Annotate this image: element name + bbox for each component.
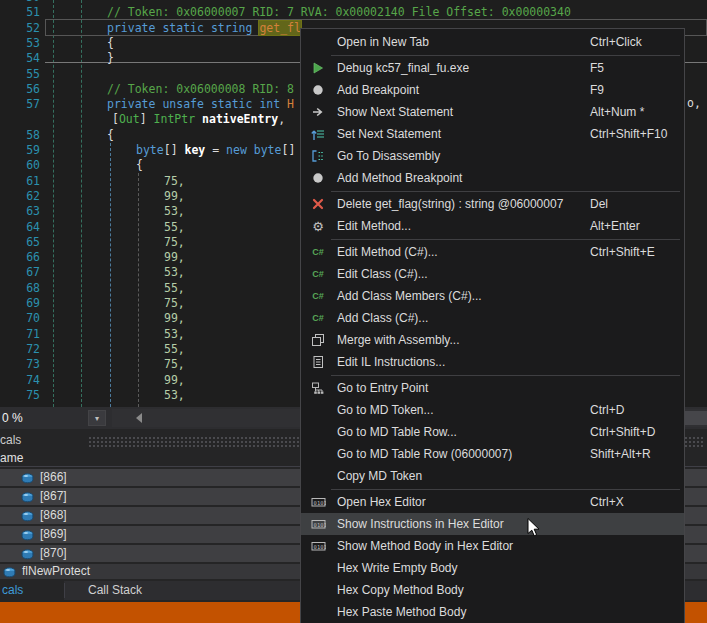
- menu-item-label: Show Next Statement: [335, 105, 590, 119]
- breakpoint-icon: [301, 171, 335, 185]
- code-token: byte: [136, 143, 164, 157]
- code-text: 53,: [164, 327, 185, 342]
- line-number: 75: [0, 388, 40, 403]
- menu-item[interactable]: C#Add Class (C#)...: [301, 307, 684, 329]
- menu-item[interactable]: C#Edit Class (C#)...: [301, 263, 684, 285]
- code-token: [204, 97, 211, 111]
- menu-item-label: Delete get_flag(string) : string @060000…: [335, 197, 590, 211]
- menu-item[interactable]: 0101Show Method Body in Hex Editor: [301, 535, 684, 557]
- menu-item-shortcut: F9: [590, 83, 684, 97]
- disassembly-icon: [301, 149, 335, 163]
- code-text: 55,: [164, 220, 185, 235]
- variable-name: flNewProtect: [22, 564, 90, 579]
- menu-item-shortcut: F5: [590, 61, 684, 75]
- merge-icon: [301, 333, 335, 347]
- menu-item[interactable]: Hex Paste Method Body: [301, 601, 684, 623]
- column-header-label: ame: [0, 451, 23, 465]
- variable-icon: [21, 510, 34, 527]
- menu-item-label: Hex Copy Method Body: [335, 583, 590, 597]
- menu-item[interactable]: Hex Copy Method Body: [301, 579, 684, 601]
- code-token: // Token: 0x06000008 RID: 8: [107, 82, 294, 96]
- menu-item-shortcut: Ctrl+D: [590, 403, 684, 417]
- menu-item[interactable]: Open in New TabCtrl+Click: [301, 31, 684, 53]
- code-text: }: [107, 51, 114, 66]
- menu-item[interactable]: C#Add Class Members (C#)...: [301, 285, 684, 307]
- menu-item-shortcut: Ctrl+Shift+F10: [590, 127, 684, 141]
- code-token: []: [164, 143, 185, 157]
- line-number: 71: [0, 327, 40, 342]
- code-token: static: [162, 21, 204, 35]
- gear-icon: ⚙: [301, 220, 335, 233]
- menu-item[interactable]: Merge with Assembly...: [301, 329, 684, 351]
- menu-item[interactable]: Debug kc57_final_fu.exeF5: [301, 57, 684, 79]
- line-number: 63: [0, 204, 40, 219]
- il-document-icon: [301, 355, 335, 369]
- line-number: 72: [0, 342, 40, 357]
- menu-item-shortcut: Alt+Enter: [590, 219, 684, 233]
- menu-item[interactable]: Go to MD Token...Ctrl+D: [301, 399, 684, 421]
- line-number: 51: [0, 5, 40, 20]
- code-token: Out: [119, 112, 140, 126]
- menu-item[interactable]: Hex Write Empty Body: [301, 557, 684, 579]
- code-token: {: [107, 128, 114, 142]
- menu-item[interactable]: Show Next StatementAlt+Num *: [301, 101, 684, 123]
- line-number: 59: [0, 143, 40, 158]
- menu-item[interactable]: Go To Disassembly: [301, 145, 684, 167]
- menu-item[interactable]: Delete get_flag(string) : string @060000…: [301, 193, 684, 215]
- menu-item-highlighted[interactable]: 0101Show Instructions in Hex Editor: [301, 513, 684, 535]
- menu-item-label: Go to MD Table Row (06000007): [335, 447, 590, 461]
- tab-call-stack-label: Call Stack: [88, 583, 142, 597]
- line-number: 66: [0, 250, 40, 265]
- menu-item[interactable]: Add Method Breakpoint: [301, 167, 684, 189]
- menu-item[interactable]: Go to Entry Point: [301, 377, 684, 399]
- entry-point-icon: [301, 381, 335, 395]
- code-text: {: [136, 158, 143, 173]
- code-token: [: [112, 112, 119, 126]
- line-number: 52: [0, 21, 40, 36]
- menu-item-shortcut: Ctrl+Click: [590, 35, 684, 49]
- menu-item-label: Edit Method...: [335, 219, 590, 233]
- code-token: {: [136, 158, 143, 172]
- menu-item[interactable]: Go to MD Table Row...Ctrl+Shift+D: [301, 421, 684, 443]
- code-token: int: [259, 97, 280, 111]
- menu-item[interactable]: Copy MD Token: [301, 465, 684, 487]
- code-text: 53,: [164, 265, 185, 280]
- play-icon: [301, 61, 335, 75]
- menu-item-label: Add Breakpoint: [335, 83, 590, 97]
- line-number: 70: [0, 311, 40, 326]
- zoom-dropdown-button[interactable]: ▾: [88, 410, 106, 426]
- menu-item[interactable]: ⚙Edit Method...Alt+Enter: [301, 215, 684, 237]
- menu-item[interactable]: Set Next StatementCtrl+Shift+F10: [301, 123, 684, 145]
- line-number: 60: [0, 158, 40, 173]
- code-token: 99,: [164, 373, 185, 387]
- code-token: static: [211, 97, 253, 111]
- menu-item[interactable]: Add BreakpointF9: [301, 79, 684, 101]
- menu-item[interactable]: Go to MD Table Row (06000007)Shift+Alt+R: [301, 443, 684, 465]
- menu-item-label: Go To Disassembly: [335, 149, 590, 163]
- line-number: 67: [0, 265, 40, 280]
- code-token: 53,: [164, 327, 185, 341]
- tab-call-stack[interactable]: Call Stack: [88, 581, 142, 600]
- code-token: 53,: [164, 388, 185, 402]
- code-line[interactable]: 51// Token: 0x06000007 RID: 7 RVA: 0x000…: [0, 5, 707, 21]
- menu-item[interactable]: Edit IL Instructions...: [301, 351, 684, 373]
- scroll-left-arrow-icon[interactable]: [136, 413, 142, 423]
- menu-item[interactable]: 0101Open Hex EditorCtrl+X: [301, 491, 684, 513]
- code-token: {: [107, 36, 114, 50]
- line-number: 55: [0, 67, 40, 82]
- code-text: 55,: [164, 281, 185, 296]
- code-token: [204, 21, 211, 35]
- code-text: 75,: [164, 357, 185, 372]
- code-token: new: [226, 143, 247, 157]
- menu-item-label: Add Class (C#)...: [335, 311, 590, 325]
- code-token: =: [205, 143, 226, 157]
- menu-item-label: Edit Class (C#)...: [335, 267, 590, 281]
- code-token: 99,: [164, 189, 185, 203]
- csharp-icon: C#: [301, 269, 335, 279]
- code-token: IntPtr: [154, 112, 196, 126]
- hex-editor-icon: 0101: [301, 539, 335, 553]
- menu-item[interactable]: C#Edit Method (C#)...Ctrl+Shift+E: [301, 241, 684, 263]
- tab-locals[interactable]: cals: [0, 581, 64, 600]
- csharp-icon: C#: [301, 247, 335, 257]
- code-text: private unsafe static int H: [107, 97, 294, 112]
